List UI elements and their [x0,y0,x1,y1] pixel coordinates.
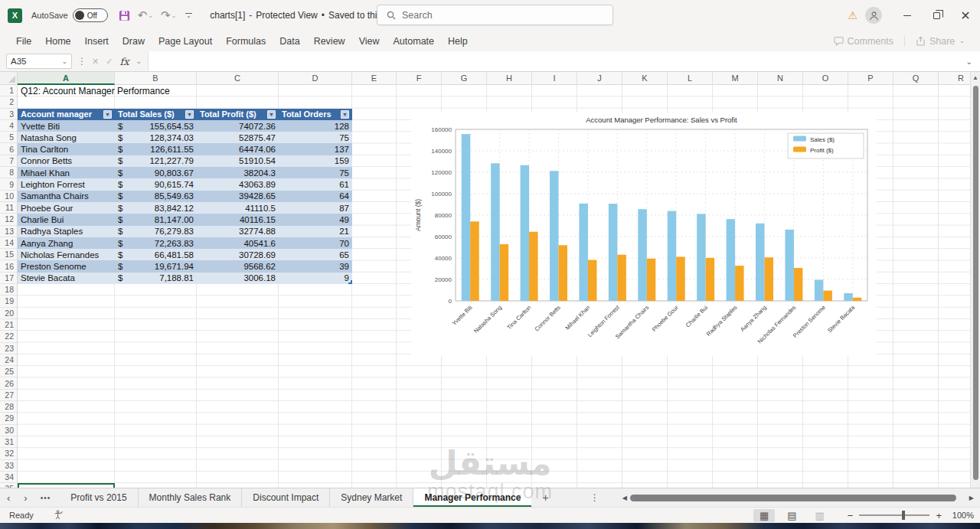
zoom-slider[interactable] [859,514,929,516]
row-header-32[interactable]: 32 [0,448,17,459]
next-sheet-button[interactable]: › [17,492,34,504]
cell-profit[interactable]: 38204.3 [197,167,279,178]
cell-sales[interactable]: $72,263.83 [115,237,197,249]
column-header-K[interactable]: K [622,72,668,85]
table-row[interactable]: Aanya Zhang$72,263.8340541.670 [18,237,352,249]
cell-profit[interactable]: 3006.18 [197,273,279,284]
save-icon[interactable] [119,10,130,21]
cell-manager[interactable]: Aanya Zhang [18,237,115,249]
worksheet-grid[interactable]: ABCDEFGHIJKLMNOPQR 123456789101112131415… [0,72,980,488]
column-header-C[interactable]: C [197,72,279,85]
ribbon-tab-page-layout[interactable]: Page Layout [152,33,219,50]
cancel-entry-button[interactable]: ✕ [92,57,99,67]
row-header-7[interactable]: 7 [0,155,17,167]
ribbon-tab-formulas[interactable]: Formulas [219,33,273,50]
table-row[interactable]: Phoebe Gour$83,842.1241110.587 [18,202,352,214]
table-resize-handle[interactable] [348,280,352,284]
customize-quick-access-icon[interactable]: ⌄ [184,13,193,18]
row-header-26[interactable]: 26 [0,377,17,389]
cell-manager[interactable]: Nicholas Fernandes [18,249,115,260]
cell-profit[interactable]: 41110.5 [197,202,279,214]
row-header-33[interactable]: 33 [0,460,17,472]
horizontal-scroll-thumb[interactable] [630,495,956,501]
cell-manager[interactable]: Stevie Bacata [18,273,115,284]
page-break-view-button[interactable]: ▥ [809,509,831,522]
cell-sales[interactable]: $90,615.74 [115,178,197,190]
row-header-8[interactable]: 8 [0,167,17,178]
cell-sales[interactable]: $66,481.58 [115,249,197,260]
table-row[interactable]: Mihael Khan$90,803.6738204.375 [18,167,352,178]
row-header-5[interactable]: 5 [0,132,17,143]
column-header-N[interactable]: N [758,72,803,85]
cell-manager[interactable]: Radhya Staples [18,226,115,237]
cell-profit[interactable]: 43063.89 [197,178,279,190]
tabbar-kebab-icon[interactable]: ⋮ [560,492,619,503]
column-header-I[interactable]: I [532,72,577,85]
row-header-30[interactable]: 30 [0,425,17,436]
sheet-tab-discount-impact[interactable]: Discount Impact [242,488,330,507]
column-header-F[interactable]: F [397,72,442,85]
cell-manager[interactable]: Natasha Song [18,132,115,143]
ribbon-tab-review[interactable]: Review [307,33,352,50]
filter-dropdown-icon[interactable]: ▼ [103,110,112,119]
fx-chevron-icon[interactable]: ⌄ [136,57,142,65]
row-header-35[interactable]: 35 [0,483,17,488]
row-header-24[interactable]: 24 [0,354,17,366]
select-all-corner[interactable] [0,72,18,85]
table-row[interactable]: Charlie Bui$81,147.0040116.1549 [18,214,352,225]
cell-sales[interactable]: $128,374.03 [115,132,197,143]
row-header-27[interactable]: 27 [0,390,17,401]
sheet-tab-monthly-sales-rank[interactable]: Monthly Sales Rank [139,488,243,507]
formula-input[interactable]: ⌄ [148,51,980,71]
row-header-21[interactable]: 21 [0,319,17,331]
cell-manager[interactable]: Leighton Forrest [18,178,115,190]
zoom-level[interactable]: 100% [948,511,974,520]
ribbon-tab-insert[interactable]: Insert [78,33,116,50]
row-header-22[interactable]: 22 [0,331,17,342]
cell-profit[interactable]: 40116.15 [197,214,279,225]
cell-profit[interactable]: 52875.47 [197,132,279,143]
sheet-tab-manager-performance[interactable]: Manager Performance [413,488,531,507]
column-header-A[interactable]: A [18,72,115,85]
cell-orders[interactable]: 159 [279,155,352,167]
autosave-toggle[interactable]: Off [73,8,108,22]
autosave-control[interactable]: AutoSave Off [31,8,108,22]
zoom-slider-handle[interactable] [902,511,905,520]
row-header-2[interactable]: 2 [0,96,17,108]
search-input[interactable]: Search [377,5,613,25]
row-header-9[interactable]: 9 [0,178,17,190]
table-row[interactable]: Connor Betts$121,227.7951910.54159 [18,155,352,167]
filter-dropdown-icon[interactable]: ▼ [341,110,349,119]
cell-orders[interactable]: 70 [279,237,352,249]
normal-view-button[interactable]: ▦ [753,509,775,522]
horizontal-scrollbar[interactable]: ◀ ▶ [619,493,977,503]
cell-manager[interactable]: Mihael Khan [18,167,115,178]
cell-sales[interactable]: $155,654.53 [115,120,197,132]
column-header-M[interactable]: M [713,72,758,85]
cell-manager[interactable]: Preston Senome [18,260,115,272]
cell-orders[interactable]: 87 [279,202,352,214]
accessibility-checker-icon[interactable] [54,510,64,521]
cell-manager[interactable]: Connor Betts [18,155,115,167]
cell-sales[interactable]: $121,227.79 [115,155,197,167]
share-button[interactable]: Share ⌄ [908,36,972,47]
column-header-P[interactable]: P [848,72,893,85]
row-header-11[interactable]: 11 [0,202,17,214]
ribbon-tab-data[interactable]: Data [273,33,306,50]
formula-bar-expand-icon[interactable]: ⌄ [966,57,972,66]
cell-profit[interactable]: 40541.6 [197,237,279,249]
cell-sales[interactable]: $76,279.83 [115,226,197,237]
namebox-kebab-icon[interactable]: ⋮ [77,56,87,67]
insert-function-button[interactable]: fx [119,56,129,67]
cell-profit[interactable]: 51910.54 [197,155,279,167]
excel-logo-icon[interactable]: X [8,8,22,23]
name-box[interactable]: A35 ⌄ [6,54,72,69]
table-header-cell[interactable]: Total Sales ($)▼ [115,109,197,120]
column-header-G[interactable]: G [442,72,487,85]
row-header-20[interactable]: 20 [0,308,17,319]
sheet-tab-profit-vs-2015[interactable]: Profit vs 2015 [60,488,138,507]
cell-orders[interactable]: 9 [279,273,352,284]
account-avatar[interactable] [865,7,882,24]
comments-button[interactable]: Comments [826,36,901,47]
row-header-18[interactable]: 18 [0,284,17,296]
